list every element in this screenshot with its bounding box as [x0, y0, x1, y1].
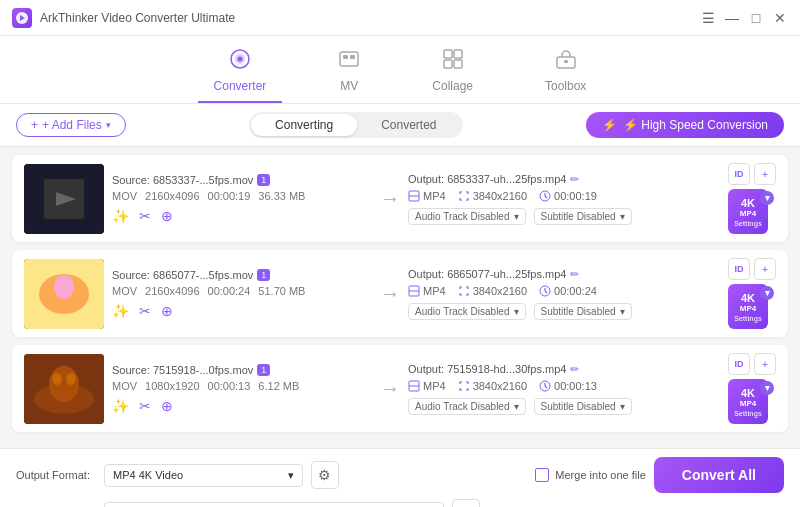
app-title: ArkThinker Video Converter Ultimate	[40, 11, 700, 25]
id-btn-3[interactable]: ID	[728, 353, 750, 375]
add-icon: +	[31, 118, 38, 132]
convert-all-button[interactable]: Convert All	[654, 457, 784, 493]
edit-output-icon-2[interactable]: ✏	[570, 268, 579, 281]
arrow-icon-2: →	[380, 282, 400, 305]
converter-icon	[229, 48, 251, 75]
audio-track-select-2[interactable]: Audio Track Disabled ▾	[408, 303, 526, 320]
format-chevron-icon: ▾	[288, 469, 294, 482]
merge-checkbox[interactable]: Merge into one file	[535, 468, 646, 482]
cut-icon-1[interactable]: ✂	[139, 208, 151, 224]
audio-track-select-1[interactable]: Audio Track Disabled ▾	[408, 208, 526, 225]
svg-rect-8	[444, 50, 452, 58]
collage-label: Collage	[432, 79, 473, 93]
svg-point-34	[66, 373, 76, 385]
enhance-icon-1[interactable]: ✨	[112, 208, 129, 224]
audio-track-select-3[interactable]: Audio Track Disabled ▾	[408, 398, 526, 415]
title-bar: ArkThinker Video Converter Ultimate ☰ — …	[0, 0, 800, 36]
output-source-1: Output: 6853337-uh...25fps.mp4 ✏	[408, 173, 720, 186]
output-info-2: Output: 6865077-uh...25fps.mp4 ✏ MP4 384…	[408, 268, 720, 320]
subtitle-chevron-3: ▾	[620, 401, 625, 412]
output-info-1: Output: 6853337-uh...25fps.mp4 ✏ MP4 384…	[408, 173, 720, 225]
app-icon	[12, 8, 32, 28]
id-btn-2[interactable]: ID	[728, 258, 750, 280]
file-info-3: Source: 7515918-...0fps.mov 1 MOV 1080x1…	[112, 364, 372, 414]
output-meta-3: MP4 3840x2160 00:00:13	[408, 380, 720, 392]
out-format-2: MP4	[408, 285, 446, 297]
format-icon-1[interactable]: 4K MP4 ▾ Settings	[728, 189, 768, 234]
merge-checkbox-box[interactable]	[535, 468, 549, 482]
tab-bar: Converting Converted	[249, 112, 462, 138]
arrow-icon-1: →	[380, 187, 400, 210]
track-chevron-3: ▾	[514, 401, 519, 412]
minimize-btn[interactable]: —	[724, 10, 740, 26]
file-source-3: Source: 7515918-...0fps.mov 1	[112, 364, 372, 376]
subtitle-track-select-2[interactable]: Subtitle Disabled ▾	[534, 303, 632, 320]
svg-point-32	[49, 366, 79, 402]
close-btn[interactable]: ✕	[772, 10, 788, 26]
track-row-2: Audio Track Disabled ▾ Subtitle Disabled…	[408, 303, 720, 320]
watermark-icon-1[interactable]: ⊕	[161, 208, 173, 224]
browse-folder-btn[interactable]: 📁	[452, 499, 480, 507]
watermark-icon-2[interactable]: ⊕	[161, 303, 173, 319]
save-path-select[interactable]: E:\ArkThinker\ArkThink...ter Ultimate\Co…	[104, 502, 444, 508]
add-output-btn-2[interactable]: +	[754, 258, 776, 280]
tab-converted[interactable]: Converted	[357, 114, 460, 136]
svg-rect-7	[350, 55, 355, 59]
nav-toolbox[interactable]: Toolbox	[529, 44, 602, 103]
svg-rect-13	[564, 60, 568, 63]
out-res-3: 3840x2160	[458, 380, 527, 392]
track-row-1: Audio Track Disabled ▾ Subtitle Disabled…	[408, 208, 720, 225]
file-info-1: Source: 6853337-...5fps.mov 1 MOV 2160x4…	[112, 174, 372, 224]
svg-point-4	[237, 57, 242, 62]
toolbox-label: Toolbox	[545, 79, 586, 93]
track-chevron-1: ▾	[514, 211, 519, 222]
menu-btn[interactable]: ☰	[700, 10, 716, 26]
bolt-icon: ⚡	[602, 118, 617, 132]
tab-group: Converting Converted	[134, 112, 578, 138]
add-output-btn-1[interactable]: +	[754, 163, 776, 185]
converter-label: Converter	[214, 79, 267, 93]
output-icons-1: ID + 4K MP4 ▾ Settings	[728, 163, 776, 234]
edit-output-icon-3[interactable]: ✏	[570, 363, 579, 376]
add-files-button[interactable]: + + Add Files ▾	[16, 113, 126, 137]
id-btn-1[interactable]: ID	[728, 163, 750, 185]
format-icon-2[interactable]: 4K MP4 ▾ Settings	[728, 284, 768, 329]
saveto-row: Save to: E:\ArkThinker\ArkThink...ter Ul…	[16, 499, 784, 507]
svg-point-24	[54, 275, 74, 299]
add-files-label: + Add Files	[42, 118, 102, 132]
file-list: Source: 6853337-...5fps.mov 1 MOV 2160x4…	[0, 147, 800, 448]
nav-collage[interactable]: Collage	[416, 44, 489, 103]
cut-icon-3[interactable]: ✂	[139, 398, 151, 414]
bottom-bar: Output Format: MP4 4K Video ▾ ⚙ Merge in…	[0, 448, 800, 507]
file-card-2: Source: 6865077-...5fps.mov 1 MOV 2160x4…	[12, 250, 788, 337]
cut-icon-2[interactable]: ✂	[139, 303, 151, 319]
dropdown-arrow-icon: ▾	[106, 120, 111, 130]
high-speed-button[interactable]: ⚡ ⚡ High Speed Conversion	[586, 112, 784, 138]
subtitle-track-select-1[interactable]: Subtitle Disabled ▾	[534, 208, 632, 225]
svg-rect-6	[343, 55, 348, 59]
svg-point-33	[52, 373, 62, 385]
nav-converter[interactable]: Converter	[198, 44, 283, 103]
svg-rect-10	[444, 60, 452, 68]
file-badge-1: 1	[257, 174, 270, 186]
output-meta-2: MP4 3840x2160 00:00:24	[408, 285, 720, 297]
format-icon-3[interactable]: 4K MP4 ▾ Settings	[728, 379, 768, 424]
watermark-icon-3[interactable]: ⊕	[161, 398, 173, 414]
out-format-3: MP4	[408, 380, 446, 392]
subtitle-chevron-1: ▾	[620, 211, 625, 222]
file-badge-3: 1	[257, 364, 270, 376]
add-output-btn-3[interactable]: +	[754, 353, 776, 375]
track-row-3: Audio Track Disabled ▾ Subtitle Disabled…	[408, 398, 720, 415]
output-source-2: Output: 6865077-uh...25fps.mp4 ✏	[408, 268, 720, 281]
maximize-btn[interactable]: □	[748, 10, 764, 26]
format-select[interactable]: MP4 4K Video ▾	[104, 464, 303, 487]
tab-converting[interactable]: Converting	[251, 114, 357, 136]
edit-output-icon-1[interactable]: ✏	[570, 173, 579, 186]
format-settings-btn[interactable]: ⚙	[311, 461, 339, 489]
nav-mv[interactable]: MV	[322, 44, 376, 103]
subtitle-track-select-3[interactable]: Subtitle Disabled ▾	[534, 398, 632, 415]
enhance-icon-2[interactable]: ✨	[112, 303, 129, 319]
enhance-icon-3[interactable]: ✨	[112, 398, 129, 414]
svg-line-39	[545, 386, 547, 388]
format-label: Output Format:	[16, 469, 96, 481]
